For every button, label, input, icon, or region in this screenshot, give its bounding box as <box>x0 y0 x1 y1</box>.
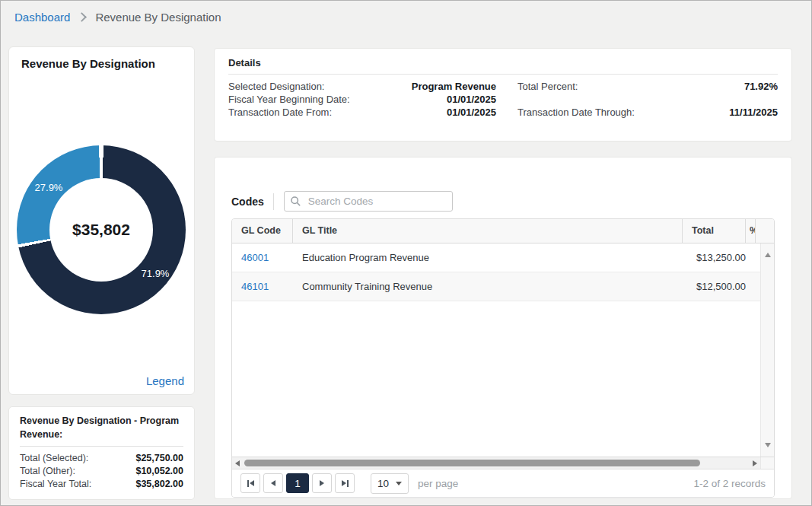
detail-row: Total Percent: 71.92% <box>517 80 778 93</box>
first-page-button[interactable] <box>240 473 260 493</box>
summary-row-label: Fiscal Year Total: <box>20 478 91 491</box>
column-header-percent[interactable]: % <box>746 219 756 243</box>
summary-title: Revenue By Designation - Program Revenue… <box>20 415 183 447</box>
previous-page-button[interactable] <box>263 473 283 493</box>
column-header-gl-title[interactable]: GL Title <box>293 219 683 243</box>
details-right-column: Total Percent: 71.92% Transaction Date T… <box>517 80 778 119</box>
scroll-left-icon[interactable] <box>232 460 243 466</box>
detail-row: Transaction Date Through: 11/11/2025 <box>517 106 778 119</box>
summary-row: Fiscal Year Total: $35,802.00 <box>20 478 183 491</box>
chevron-down-icon <box>396 482 402 485</box>
last-page-icon <box>342 480 349 487</box>
detail-value: 01/01/2025 <box>447 93 496 106</box>
gl-code-cell: 46101 <box>232 281 293 292</box>
table-body: 46001 Education Program Revenue $13,250.… <box>232 243 774 457</box>
detail-row: Transaction Date From: 01/01/2025 <box>228 106 496 119</box>
breadcrumb-dashboard-link[interactable]: Dashboard <box>14 11 70 24</box>
horizontal-scroll-track[interactable] <box>243 457 750 469</box>
gl-code-link[interactable]: 46001 <box>241 252 269 263</box>
details-grid: Selected Designation: Program Revenue Fi… <box>228 80 778 119</box>
breadcrumb-current-page: Revenue By Designation <box>95 11 221 24</box>
detail-label: Transaction Date From: <box>228 106 332 119</box>
next-page-icon <box>320 480 324 486</box>
detail-label: Selected Designation: <box>228 80 324 93</box>
summary-rows: Total (Selected): $25,750.00 Total (Othe… <box>20 452 183 491</box>
page-size-select[interactable]: 10 <box>371 473 409 494</box>
detail-label: Fiscal Year Beginning Date: <box>228 93 350 106</box>
last-page-button[interactable] <box>335 473 355 493</box>
horizontal-scroll-thumb[interactable] <box>244 460 700 466</box>
detail-value: 11/11/2025 <box>729 106 778 119</box>
search-icon <box>291 196 301 206</box>
page-1-button[interactable]: 1 <box>286 473 309 493</box>
total-cell: $12,500.00 <box>687 281 750 292</box>
first-page-icon <box>247 480 254 487</box>
gl-title-cell: Education Program Revenue <box>293 252 687 263</box>
donut-hole: $35,802 <box>49 178 153 282</box>
codes-title: Codes <box>231 196 264 208</box>
previous-page-icon <box>271 480 275 486</box>
vertical-divider <box>273 193 274 210</box>
revenue-chart-card: Revenue By Designation 27.9% 71.9% $35,8… <box>8 46 195 395</box>
detail-label: Total Percent: <box>517 80 578 93</box>
detail-row: Fiscal Year Beginning Date: 01/01/2025 <box>228 93 496 106</box>
page: Dashboard Revenue By Designation Revenue… <box>0 0 812 506</box>
per-page-label: per page <box>418 478 458 489</box>
gl-title-cell: Community Training Revenue <box>293 281 687 292</box>
codes-search-input[interactable] <box>307 195 446 208</box>
table-row[interactable]: 46001 Education Program Revenue $13,250.… <box>232 243 760 272</box>
summary-row-value: $35,802.00 <box>135 478 183 491</box>
summary-row-label: Total (Other): <box>20 465 75 478</box>
summary-row-label: Total (Selected): <box>20 452 88 465</box>
next-page-button[interactable] <box>312 473 332 493</box>
detail-row: Selected Designation: Program Revenue <box>228 80 496 93</box>
chevron-right-icon <box>78 12 88 22</box>
summary-card: Revenue By Designation - Program Revenue… <box>8 406 195 500</box>
detail-label: Transaction Date Through: <box>517 106 635 119</box>
detail-value: Program Revenue <box>412 80 496 93</box>
horizontal-scrollbar[interactable] <box>232 457 774 469</box>
details-title: Details <box>228 57 778 75</box>
gl-code-cell: 46001 <box>232 252 293 263</box>
breadcrumb: Dashboard Revenue By Designation <box>14 11 221 24</box>
header-scrollbar-spacer <box>756 219 774 243</box>
details-left-column: Selected Designation: Program Revenue Fi… <box>228 80 496 119</box>
detail-value: 71.92% <box>744 80 778 93</box>
records-count: 1-2 of 2 records <box>693 478 766 489</box>
scroll-up-icon[interactable] <box>765 253 771 257</box>
donut-center-total: $35,802 <box>72 221 130 239</box>
donut-label-other: 27.9% <box>35 182 63 193</box>
total-cell: $13,250.00 <box>687 252 750 263</box>
codes-card: Codes GL Code GL Title Total % <box>214 157 792 499</box>
page-size-value: 10 <box>377 478 389 489</box>
summary-row-value: $10,052.00 <box>135 465 183 478</box>
codes-header: Codes <box>231 191 775 212</box>
column-header-gl-code[interactable]: GL Code <box>232 219 293 243</box>
scroll-right-icon[interactable] <box>750 460 760 466</box>
details-card: Details Selected Designation: Program Re… <box>214 48 792 142</box>
donut-label-selected: 71.9% <box>142 268 170 279</box>
summary-row: Total (Selected): $25,750.00 <box>20 452 183 465</box>
table-header-row: GL Code GL Title Total % <box>232 219 774 243</box>
table-row[interactable]: 46101 Community Training Revenue $12,500… <box>232 272 760 301</box>
gl-code-link[interactable]: 46101 <box>241 281 269 292</box>
codes-grid: GL Code GL Title Total % 46001 Education… <box>231 218 775 498</box>
column-header-total[interactable]: Total <box>683 219 746 243</box>
codes-search-box[interactable] <box>284 191 453 212</box>
scrollbar-corner <box>760 457 774 469</box>
legend-link[interactable]: Legend <box>146 374 184 387</box>
vertical-scrollbar[interactable] <box>760 243 774 457</box>
scroll-down-icon[interactable] <box>765 443 771 447</box>
chart-title: Revenue By Designation <box>21 57 155 70</box>
summary-row-value: $25,750.00 <box>135 452 183 465</box>
summary-row: Total (Other): $10,052.00 <box>20 465 183 478</box>
donut-chart[interactable]: 27.9% 71.9% $35,802 <box>17 145 186 314</box>
detail-row <box>517 93 778 106</box>
detail-value: 01/01/2025 <box>447 106 496 119</box>
pager: 1 10 per page 1-2 of 2 records <box>232 469 774 497</box>
table-rows: 46001 Education Program Revenue $13,250.… <box>232 243 760 457</box>
